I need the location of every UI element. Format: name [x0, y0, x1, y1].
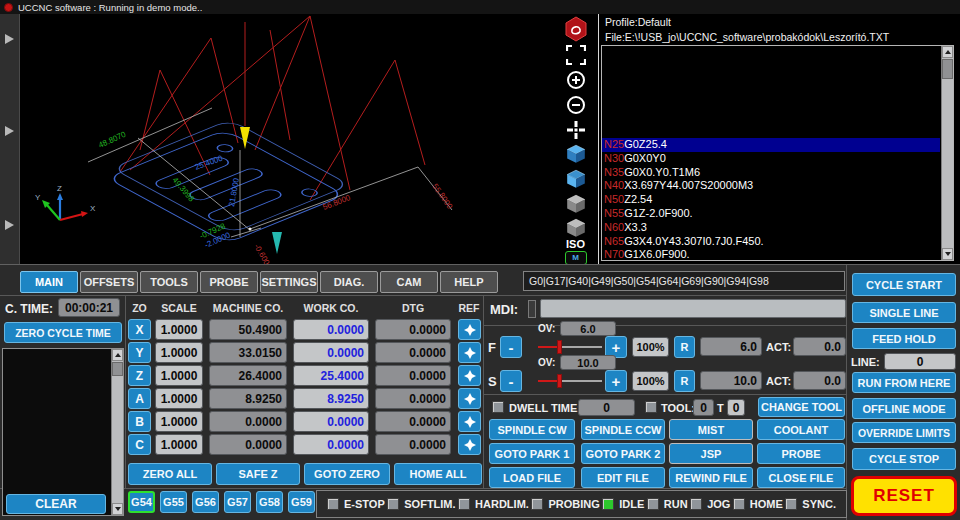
message-log-scrollbar[interactable] [111, 349, 123, 515]
expander-arrow-icon[interactable] [5, 34, 14, 44]
work-co-b[interactable]: 0.0000 [293, 411, 369, 432]
override-limits-button[interactable]: OVERRIDE LIMITS [852, 422, 956, 443]
scale-field-x[interactable]: 1.0000 [155, 319, 203, 340]
scale-field-c[interactable]: 1.0000 [155, 434, 203, 455]
gcode-line[interactable]: N65G3X4.0Y43.307I0.7J0.F450. [602, 235, 940, 249]
view-iso-icon[interactable] [565, 217, 587, 239]
gcode-line[interactable]: N30G0X0Y0 [602, 152, 940, 166]
gcode-line[interactable]: N70G1X6.0F900. [602, 248, 940, 261]
spindle-override-slider[interactable] [538, 370, 602, 392]
scale-field-b[interactable]: 1.0000 [155, 411, 203, 432]
scroll-up-icon[interactable] [112, 349, 123, 361]
scale-field-a[interactable]: 1.0000 [155, 388, 203, 409]
run-from-here-button[interactable]: RUN FROM HERE [852, 372, 956, 393]
mdi-history-button[interactable] [528, 300, 536, 318]
feed-100pct-button[interactable]: 100% [632, 337, 669, 357]
clear-log-button[interactable]: CLEAR [6, 494, 106, 514]
view-side-icon[interactable] [565, 193, 587, 215]
reset-button[interactable]: RESET [851, 476, 957, 516]
probe-button[interactable]: PROBE [757, 443, 845, 464]
feed-minus-button[interactable]: - [500, 336, 522, 358]
offline-mode-button[interactable]: OFFLINE MODE [852, 398, 956, 419]
rewind-file-button[interactable]: REWIND FILE [669, 467, 753, 488]
spindle-plus-button[interactable]: + [605, 370, 627, 392]
work-co-x[interactable]: 0.0000 [293, 319, 369, 340]
gcode-scrollbar[interactable] [941, 46, 953, 260]
scroll-down-icon[interactable] [942, 248, 953, 260]
reload-gcode-button[interactable]: M [565, 251, 587, 265]
feed-reset-button[interactable]: R [674, 336, 695, 358]
spindle-minus-button[interactable]: - [500, 370, 522, 392]
view-top-icon[interactable] [565, 143, 587, 165]
goto-zero-button[interactable]: GOTO ZERO [304, 463, 390, 485]
scroll-up-icon[interactable] [942, 46, 953, 58]
tab-cam[interactable]: CAM [380, 271, 438, 293]
home-all-button[interactable]: HOME ALL [394, 463, 482, 485]
scale-field-z[interactable]: 1.0000 [155, 365, 203, 386]
wcs-g58-button[interactable]: G58 [256, 491, 283, 513]
tab-offsets[interactable]: OFFSETS [80, 271, 138, 293]
zero-all-button[interactable]: ZERO ALL [128, 463, 212, 485]
tab-tools[interactable]: TOOLS [140, 271, 198, 293]
jsp-button[interactable]: JSP [669, 443, 753, 464]
spindle-cw-button[interactable]: SPINDLE CW [489, 419, 575, 440]
zero-cycle-time-button[interactable]: ZERO CYCLE TIME [4, 322, 122, 343]
mist-button[interactable]: MIST [669, 419, 753, 440]
work-co-c[interactable]: 0.0000 [293, 434, 369, 455]
message-log[interactable] [2, 348, 124, 516]
close-file-button[interactable]: CLOSE FILE [757, 467, 845, 488]
gcode-line[interactable]: N40X3.697Y44.007S20000M3 [602, 179, 940, 193]
work-co-z[interactable]: 25.4000 [293, 365, 369, 386]
scrollbar-thumb[interactable] [942, 59, 953, 79]
spindle-ccw-button[interactable]: SPINDLE CCW [581, 419, 665, 440]
tab-probe[interactable]: PROBE [200, 271, 258, 293]
pan-center-icon[interactable] [566, 120, 586, 140]
load-file-button[interactable]: LOAD FILE [489, 467, 575, 488]
toolpath-3d-view[interactable]: 48.8070 49.3998 25.4000 21.8000 -0.7928 … [21, 14, 553, 264]
change-tool-button[interactable]: CHANGE TOOL [758, 397, 845, 417]
zoom-out-icon[interactable] [566, 95, 586, 115]
edit-file-button[interactable]: EDIT FILE [581, 467, 665, 488]
spindle-reset-button[interactable]: R [674, 370, 695, 392]
mdi-input[interactable] [540, 299, 846, 318]
goto-park1-button[interactable]: GOTO PARK 1 [489, 443, 575, 464]
wcs-g56-button[interactable]: G56 [192, 491, 219, 513]
tab-help[interactable]: HELP [440, 271, 498, 293]
axis-zero-button-c[interactable]: C [128, 434, 151, 455]
gcode-line[interactable]: N55G1Z-2.0F900. [602, 207, 940, 221]
gcode-list[interactable]: N25G0Z25.4 N30G0X0Y0 N35G0X0.Y0.T1M6 N40… [601, 45, 954, 261]
ref-home-button-c[interactable] [458, 434, 481, 455]
tool-led[interactable] [645, 401, 657, 413]
expander-arrow-icon[interactable] [5, 126, 14, 136]
scale-field-y[interactable]: 1.0000 [155, 342, 203, 363]
tab-settings[interactable]: SETTINGS [260, 271, 318, 293]
single-line-button[interactable]: SINGLE LINE [852, 302, 956, 323]
spindle-100pct-button[interactable]: 100% [632, 371, 669, 391]
wcs-g59-button[interactable]: G59 [288, 491, 315, 513]
gcode-line[interactable]: N50Z2.54 [602, 193, 940, 207]
work-co-y[interactable]: 0.0000 [293, 342, 369, 363]
ref-home-button-a[interactable] [458, 388, 481, 409]
ref-home-button-z[interactable] [458, 365, 481, 386]
tab-main[interactable]: MAIN [20, 271, 78, 293]
axis-zero-button-z[interactable]: Z [128, 365, 151, 386]
wcs-g54-button[interactable]: G54 [128, 491, 155, 513]
scrollbar-thumb[interactable] [112, 362, 123, 376]
expander-arrow-icon[interactable] [5, 220, 14, 230]
axis-zero-button-a[interactable]: A [128, 388, 151, 409]
coolant-button[interactable]: COOLANT [757, 419, 845, 440]
cycle-start-button[interactable]: CYCLE START [852, 273, 956, 296]
work-co-a[interactable]: 8.9250 [293, 388, 369, 409]
t-number-field[interactable]: 0 [727, 399, 745, 416]
cycle-stop-button[interactable]: CYCLE STOP [852, 448, 956, 470]
fit-view-icon[interactable] [566, 45, 586, 65]
ref-home-button-y[interactable] [458, 342, 481, 363]
wcs-g55-button[interactable]: G55 [160, 491, 187, 513]
axis-zero-button-b[interactable]: B [128, 411, 151, 432]
ref-home-button-b[interactable] [458, 411, 481, 432]
axis-zero-button-y[interactable]: Y [128, 342, 151, 363]
tab-diag[interactable]: DIAG. [320, 271, 378, 293]
scroll-down-icon[interactable] [112, 503, 123, 515]
wcs-g57-button[interactable]: G57 [224, 491, 251, 513]
gcode-line[interactable]: N25G0Z25.4 [602, 138, 940, 152]
